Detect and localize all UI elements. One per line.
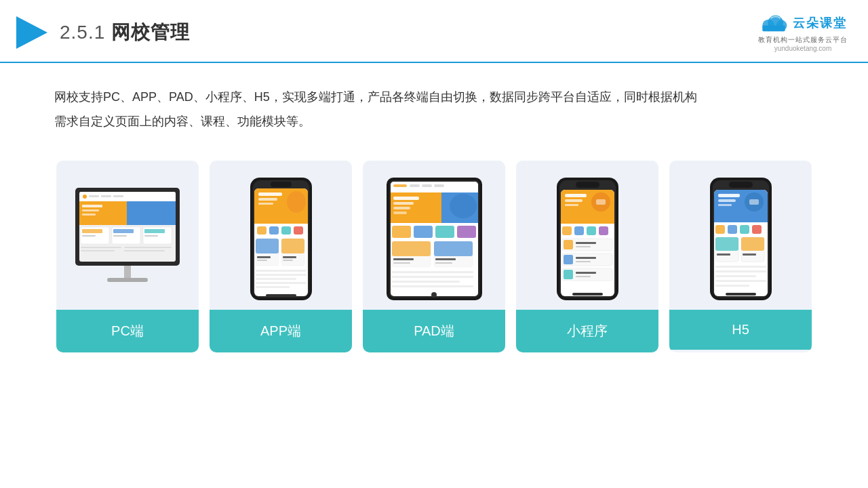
svg-point-94 xyxy=(431,292,437,298)
svg-rect-68 xyxy=(410,184,420,187)
svg-rect-115 xyxy=(564,270,573,279)
svg-rect-145 xyxy=(715,270,766,272)
svg-rect-26 xyxy=(113,235,127,237)
app-device-icon xyxy=(249,176,313,302)
svg-marker-0 xyxy=(16,16,47,49)
svg-rect-57 xyxy=(256,274,307,276)
card-app-image xyxy=(210,161,352,310)
description-text: 网校支持PC、APP、PAD、小程序、H5，实现多端打通，产品各终端自由切换，数… xyxy=(54,90,697,104)
svg-rect-4 xyxy=(762,26,785,32)
card-miniprogram-image xyxy=(516,161,658,310)
svg-rect-31 xyxy=(124,250,165,251)
miniprogram-device-icon xyxy=(555,176,620,302)
svg-rect-12 xyxy=(101,195,111,197)
svg-rect-105 xyxy=(596,199,606,205)
svg-rect-106 xyxy=(562,226,572,235)
svg-rect-101 xyxy=(565,194,587,197)
h5-device-icon xyxy=(709,176,773,302)
svg-rect-102 xyxy=(565,199,583,202)
svg-rect-75 xyxy=(393,207,410,209)
svg-rect-28 xyxy=(81,247,121,248)
svg-rect-143 xyxy=(743,253,756,256)
card-app-label: APP端 xyxy=(210,310,352,352)
svg-rect-136 xyxy=(740,225,749,234)
svg-rect-40 xyxy=(258,192,282,196)
svg-rect-135 xyxy=(728,225,737,234)
logo-tagline: 教育机构一站式服务云平台 xyxy=(758,35,848,45)
svg-rect-146 xyxy=(715,275,756,277)
svg-rect-147 xyxy=(715,280,766,282)
svg-rect-121 xyxy=(576,276,591,277)
svg-rect-131 xyxy=(718,204,732,206)
svg-rect-88 xyxy=(393,262,410,264)
svg-rect-66 xyxy=(391,188,478,192)
pc-device-icon xyxy=(70,184,185,293)
svg-rect-79 xyxy=(414,226,433,238)
svg-rect-119 xyxy=(576,261,591,262)
title-number: 2.5.1 xyxy=(60,22,105,43)
svg-rect-118 xyxy=(576,257,596,259)
svg-rect-22 xyxy=(82,229,102,233)
svg-rect-9 xyxy=(79,199,176,201)
description: 网校支持PC、APP、PAD、小程序、H5，实现多端打通，产品各终端自由切换，数… xyxy=(0,63,868,147)
svg-rect-85 xyxy=(434,241,473,256)
svg-point-10 xyxy=(83,195,87,199)
cloud-icon xyxy=(759,12,789,34)
svg-rect-70 xyxy=(434,184,444,187)
svg-rect-24 xyxy=(144,229,165,233)
svg-rect-60 xyxy=(256,286,290,288)
svg-rect-137 xyxy=(752,225,762,234)
svg-rect-23 xyxy=(113,229,134,233)
svg-rect-50 xyxy=(256,239,279,253)
svg-rect-59 xyxy=(256,282,307,284)
svg-rect-107 xyxy=(574,226,584,235)
svg-point-43 xyxy=(287,191,306,213)
svg-rect-56 xyxy=(256,270,307,272)
svg-rect-61 xyxy=(266,294,296,297)
svg-rect-109 xyxy=(599,226,608,235)
svg-rect-58 xyxy=(256,278,296,280)
svg-rect-117 xyxy=(576,246,591,247)
svg-rect-93 xyxy=(392,285,473,287)
pad-device-icon xyxy=(385,176,484,302)
svg-rect-92 xyxy=(392,281,460,283)
svg-rect-29 xyxy=(81,250,115,251)
svg-rect-80 xyxy=(435,226,454,238)
card-pc-label: PC端 xyxy=(56,310,199,352)
svg-rect-113 xyxy=(564,240,573,249)
svg-rect-122 xyxy=(572,293,603,296)
svg-rect-103 xyxy=(565,204,578,206)
logo-name: 云朵课堂 xyxy=(793,15,847,31)
svg-rect-51 xyxy=(281,239,304,253)
svg-rect-114 xyxy=(564,255,573,264)
svg-rect-116 xyxy=(576,242,596,244)
svg-rect-89 xyxy=(435,262,452,264)
svg-rect-47 xyxy=(294,226,303,235)
svg-rect-18 xyxy=(82,214,96,216)
svg-rect-67 xyxy=(393,184,407,187)
svg-rect-141 xyxy=(741,237,764,251)
svg-rect-32 xyxy=(124,266,131,278)
svg-rect-16 xyxy=(82,205,102,207)
card-h5: H5 xyxy=(669,161,812,352)
svg-rect-30 xyxy=(124,247,172,248)
svg-rect-39 xyxy=(254,211,308,224)
page-header: 2.5.1 网校管理 云朵课堂 教育机构一站式服务云平台 yunduoketan… xyxy=(0,0,868,63)
play-icon xyxy=(14,15,49,50)
card-pad-image xyxy=(363,161,505,310)
svg-rect-27 xyxy=(144,235,158,237)
svg-rect-91 xyxy=(392,276,473,278)
title-name: 网校管理 xyxy=(111,22,190,43)
logo-cloud: 云朵课堂 xyxy=(759,12,847,34)
svg-rect-133 xyxy=(749,199,759,205)
svg-rect-130 xyxy=(718,199,736,202)
svg-rect-44 xyxy=(257,226,267,235)
svg-rect-69 xyxy=(422,184,432,187)
svg-rect-148 xyxy=(715,285,749,287)
svg-rect-125 xyxy=(729,182,753,188)
svg-rect-17 xyxy=(82,209,99,211)
svg-rect-78 xyxy=(392,226,411,238)
card-h5-label: H5 xyxy=(669,310,812,350)
logo-url: yunduoketang.com xyxy=(774,45,832,52)
svg-rect-25 xyxy=(82,235,96,237)
